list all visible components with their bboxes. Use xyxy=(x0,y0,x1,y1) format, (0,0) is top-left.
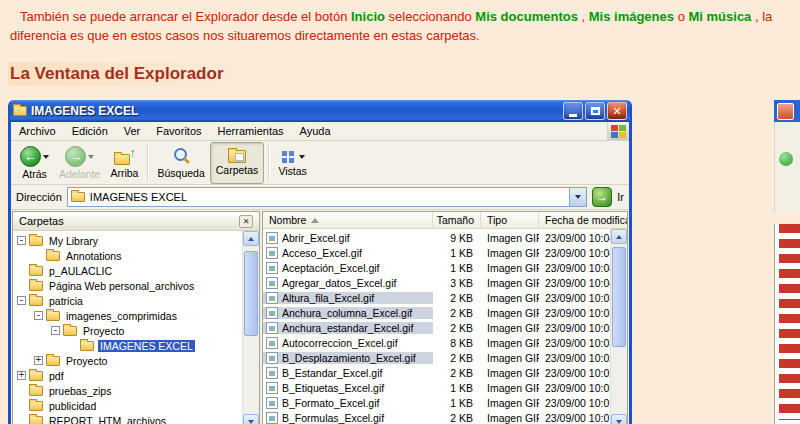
scroll-down-button[interactable] xyxy=(611,414,627,424)
maximize-button[interactable] xyxy=(585,102,605,120)
tree-item[interactable]: Página Web personal_archivos xyxy=(13,278,242,293)
scroll-down-icon xyxy=(616,420,622,424)
tree-item-label: Proyecto xyxy=(81,325,126,337)
tree-item[interactable]: IMAGENES EXCEL xyxy=(13,338,242,353)
tree-expander-icon[interactable]: + xyxy=(34,356,43,365)
column-header-type[interactable]: Tipo xyxy=(481,212,539,229)
views-button[interactable]: Vistas xyxy=(273,142,311,184)
sort-ascending-icon xyxy=(311,218,319,223)
menu-item[interactable]: Herramientas xyxy=(210,122,292,140)
file-row[interactable]: B_Etiquetas_Excel.gif 1 KB Imagen GIF 23… xyxy=(263,380,610,395)
file-row[interactable]: Agregar_datos_Excel.gif 3 KB Imagen GIF … xyxy=(263,275,610,290)
folders-button[interactable]: Carpetas xyxy=(210,142,265,184)
back-dropdown-icon[interactable] xyxy=(43,155,49,159)
menu-item[interactable]: Edición xyxy=(64,122,116,140)
tree-expander-icon[interactable]: + xyxy=(17,371,26,380)
file-row[interactable]: Anchura_estandar_Excel.gif 2 KB Imagen G… xyxy=(263,320,610,335)
menu-item[interactable]: Favoritos xyxy=(148,122,209,140)
menu-item[interactable]: Ayuda xyxy=(292,122,339,140)
tree-item[interactable]: Annotations xyxy=(13,248,242,263)
folders-icon xyxy=(228,150,246,163)
tree-item[interactable]: + Proyecto xyxy=(13,353,242,368)
tree-item[interactable]: publicidad xyxy=(13,398,242,413)
views-dropdown-icon[interactable] xyxy=(299,155,305,159)
tree-item[interactable]: pruebas_zips xyxy=(13,383,242,398)
file-row[interactable]: Abrir_Excel.gif 9 KB Imagen GIF 23/09/00… xyxy=(263,230,610,245)
window-controls xyxy=(561,102,627,120)
tree-expander-icon[interactable]: - xyxy=(17,296,26,305)
scroll-up-button[interactable] xyxy=(611,229,627,244)
maximize-icon xyxy=(591,107,600,115)
forward-dropdown-icon[interactable] xyxy=(88,155,94,159)
windows-logo-icon xyxy=(607,122,629,140)
tree-item-label: publicidad xyxy=(47,400,98,412)
intro-text-segment: Mis imágenes xyxy=(589,9,674,24)
file-date: 23/09/00 10:04 xyxy=(539,247,610,259)
search-button[interactable]: Búsqueda xyxy=(152,142,209,184)
file-date: 23/09/00 10:03 xyxy=(539,292,610,304)
file-row[interactable]: B_Desplazamiento_Excel.gif 2 KB Imagen G… xyxy=(263,350,610,365)
scrollbar-thumb[interactable] xyxy=(612,247,626,347)
folders-scrollbar[interactable] xyxy=(242,231,259,424)
address-folder-icon xyxy=(71,192,85,202)
image-file-icon xyxy=(266,382,278,394)
menu-item[interactable]: Ver xyxy=(116,122,149,140)
scrollbar-thumb[interactable] xyxy=(244,251,258,336)
file-row[interactable]: B_Formato_Excel.gif 1 KB Imagen GIF 23/0… xyxy=(263,395,610,410)
tree-item-label: Annotations xyxy=(64,250,123,262)
address-dropdown-button[interactable] xyxy=(569,188,586,206)
files-scrollbar[interactable] xyxy=(610,229,627,424)
tree-item[interactable]: - My Library xyxy=(13,233,242,248)
tree-item[interactable]: REPORT_HTM_archivos xyxy=(13,413,242,424)
file-row[interactable]: Aceptación_Excel.gif 1 KB Imagen GIF 23/… xyxy=(263,260,610,275)
file-row[interactable]: Autocorreccion_Excel.gif 8 KB Imagen GIF… xyxy=(263,335,610,350)
intro-text-segment: , xyxy=(582,9,589,24)
file-size: 1 KB xyxy=(433,382,481,394)
back-button[interactable]: Atrás xyxy=(15,142,54,184)
image-file-icon xyxy=(266,412,278,424)
column-header-name[interactable]: Nombre xyxy=(263,212,433,229)
tree-item-label: p_AULACLIC xyxy=(47,265,114,277)
window-titlebar[interactable]: IMAGENES EXCEL xyxy=(10,100,630,122)
go-button[interactable] xyxy=(592,187,612,207)
tree-item[interactable]: + pdf xyxy=(13,368,242,383)
up-button[interactable]: Arriba xyxy=(105,142,143,184)
tree-item[interactable]: - patricia xyxy=(13,293,242,308)
close-button[interactable] xyxy=(607,102,627,120)
file-size: 2 KB xyxy=(433,352,481,364)
file-row[interactable]: Anchura_columna_Excel.gif 2 KB Imagen GI… xyxy=(263,305,610,320)
scroll-down-button[interactable] xyxy=(243,414,259,424)
file-row[interactable]: Altura_fila_Excel.gif 2 KB Imagen GIF 23… xyxy=(263,290,610,305)
tree-item[interactable]: - imagenes_comprimidas xyxy=(13,308,242,323)
tree-item-label: imagenes_comprimidas xyxy=(64,310,179,322)
tree-expander-icon[interactable]: - xyxy=(51,326,60,335)
minimize-button[interactable] xyxy=(563,102,583,120)
scroll-up-button[interactable] xyxy=(243,231,259,246)
tree-expander-icon[interactable]: - xyxy=(17,236,26,245)
file-type: Imagen GIF xyxy=(481,367,539,379)
forward-button[interactable]: Adelante xyxy=(54,142,105,184)
column-header-size[interactable]: Tamaño xyxy=(433,212,481,229)
tree-expander-icon[interactable]: - xyxy=(34,311,43,320)
tree-item[interactable]: - Proyecto xyxy=(13,323,242,338)
menu-item[interactable]: Archivo xyxy=(11,122,64,140)
file-name-cell: Abrir_Excel.gif xyxy=(263,232,433,244)
folder-icon xyxy=(29,416,43,424)
folders-panel-close-button[interactable] xyxy=(239,215,253,228)
column-header-date[interactable]: Fecha de modificaci xyxy=(539,212,627,229)
address-label: Dirección xyxy=(16,191,62,203)
file-name-cell: Altura_fila_Excel.gif xyxy=(263,292,433,304)
tree-item[interactable]: p_AULACLIC xyxy=(13,263,242,278)
cropped-toolbar-sliver xyxy=(774,122,800,212)
file-row[interactable]: B_Formulas_Excel.gif 2 KB Imagen GIF 23/… xyxy=(263,410,610,424)
file-type: Imagen GIF xyxy=(481,247,539,259)
files-panel: Nombre Tamaño Tipo Fecha de modificaci A… xyxy=(262,211,628,424)
file-row[interactable]: B_Estandar_Excel.gif 2 KB Imagen GIF 23/… xyxy=(263,365,610,380)
forward-label: Adelante xyxy=(59,168,100,180)
file-row[interactable]: Acceso_Excel.gif 1 KB Imagen GIF 23/09/0… xyxy=(263,245,610,260)
address-input[interactable]: IMAGENES EXCEL xyxy=(67,187,587,207)
go-label[interactable]: Ir xyxy=(617,191,624,203)
file-name-cell: B_Etiquetas_Excel.gif xyxy=(263,382,433,394)
window-folder-icon xyxy=(13,106,27,116)
file-size: 2 KB xyxy=(433,307,481,319)
